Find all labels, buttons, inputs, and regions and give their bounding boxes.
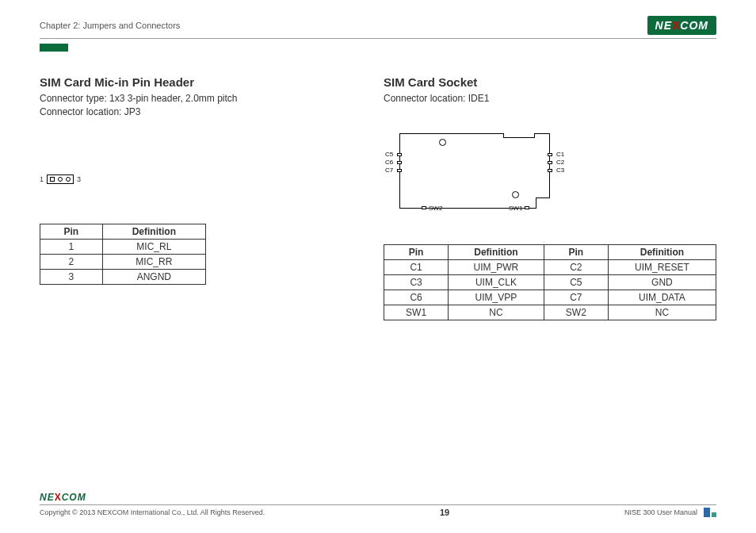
pin3-label: 3 — [77, 175, 81, 183]
manual-name: NISE 300 User Manual — [624, 508, 697, 516]
footer-decor-icon — [704, 508, 716, 517]
sim-hole-icon — [439, 139, 446, 146]
table-row: C6 UIM_VPP C7 UIM_DATA — [384, 290, 716, 305]
sim-pin-sw1 — [525, 206, 529, 209]
sim-pin-c7 — [397, 169, 402, 172]
page-number: 19 — [440, 508, 449, 517]
sim-pin-c2 — [548, 161, 552, 164]
jp3-diagram: 1 3 — [40, 174, 352, 184]
chapter-title: Chapter 2: Jumpers and Connectors — [40, 21, 180, 30]
sim-pin-table: Pin Definition Pin Definition C1 UIM_PWR… — [384, 244, 716, 320]
pin1-label: 1 — [40, 175, 44, 183]
sim-body-outline — [399, 133, 550, 209]
pin2-circle-icon — [58, 177, 63, 182]
sim-pin-c3 — [548, 169, 552, 172]
pin-header-box — [47, 174, 74, 184]
sim-socket-diagram: C5 C6 C7 C1 C2 C3 SW2 SW1 — [384, 129, 566, 224]
table-row: C3 UIM_CLK C5 GND — [384, 274, 716, 290]
sim-pin-sw2 — [422, 206, 426, 209]
th-pin: Pin — [40, 224, 103, 239]
table-row: 3 ANGND — [40, 269, 206, 284]
nexcom-logo-small: NEXCOM — [40, 492, 716, 503]
green-tab-decoration — [40, 44, 68, 52]
right-column: SIM Card Socket Connector location: IDE1… — [384, 75, 716, 320]
sim-pin-c5 — [397, 153, 402, 156]
sim-top-notch — [503, 133, 535, 138]
copyright-text: Copyright © 2013 NEXCOM International Co… — [40, 508, 265, 516]
sim-hole-icon — [512, 191, 519, 198]
pin3-circle-icon — [66, 177, 71, 182]
right-section-title: SIM Card Socket — [384, 75, 716, 89]
table-row: SW1 NC SW2 NC — [384, 305, 716, 320]
page-footer: NEXCOM Copyright © 2013 NEXCOM Internati… — [40, 492, 716, 517]
sim-pin-c1 — [548, 153, 552, 156]
left-column: SIM Card Mic-in Pin Header Connector typ… — [40, 75, 352, 320]
nexcom-logo: NEXCOM — [647, 16, 716, 35]
sim-corner-notch — [536, 197, 550, 209]
table-row: 2 MIC_RR — [40, 254, 206, 269]
table-row: 1 MIC_RL — [40, 239, 206, 254]
th-def: Definition — [102, 224, 205, 239]
sim-pin-c6 — [397, 161, 402, 164]
left-section-sub: Connector type: 1x3 3-pin header, 2.0mm … — [40, 92, 352, 119]
right-section-sub: Connector location: IDE1 — [384, 92, 716, 105]
left-section-title: SIM Card Mic-in Pin Header — [40, 75, 352, 89]
table-row: C1 UIM_PWR C2 UIM_RESET — [384, 259, 716, 274]
jp3-pin-table: Pin Definition 1 MIC_RL 2 MIC_RR 3 ANGND — [40, 224, 206, 285]
page-header: Chapter 2: Jumpers and Connectors NEXCOM — [40, 16, 716, 39]
pin1-square-icon — [50, 177, 55, 182]
